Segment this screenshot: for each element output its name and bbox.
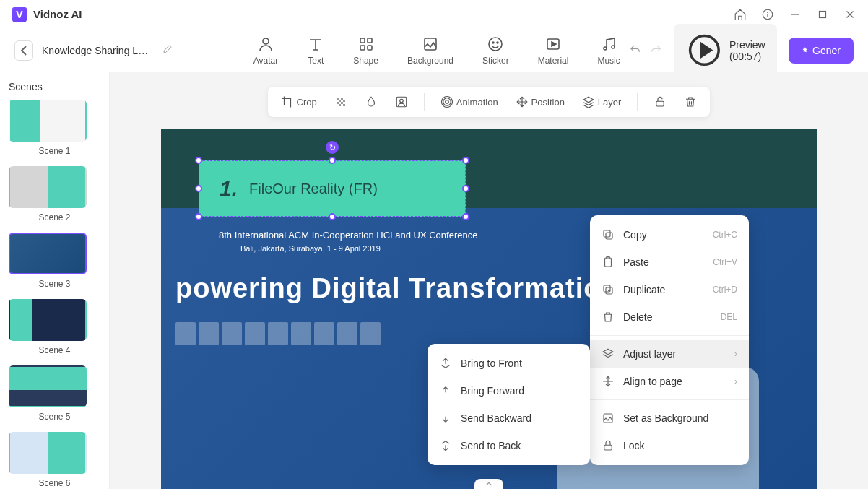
lock-icon xyxy=(602,439,615,452)
minimize-icon[interactable] xyxy=(789,8,802,21)
tool-background[interactable]: Background xyxy=(407,35,453,66)
chevron-right-icon: › xyxy=(734,376,737,386)
layers-icon xyxy=(602,347,615,360)
ctx-align-to-page[interactable]: Align to page › xyxy=(590,368,749,395)
resize-handle-tc[interactable] xyxy=(329,157,336,164)
toolbar-divider xyxy=(424,93,425,111)
resize-handle-bc[interactable] xyxy=(329,213,336,220)
svg-marker-21 xyxy=(701,44,711,57)
ctx-adjust-layer[interactable]: Adjust layer › xyxy=(590,340,749,368)
bg-conference-name: 8th International ACM In-Cooperation HCI… xyxy=(219,230,477,241)
person-cutout-icon xyxy=(395,95,408,108)
paste-icon xyxy=(602,256,615,269)
ctx-duplicate[interactable]: Duplicate Ctrl+D xyxy=(590,276,749,303)
scene-item-2[interactable]: Scene 2 xyxy=(9,166,100,222)
material-icon xyxy=(544,35,562,53)
expand-timeline-handle[interactable] xyxy=(474,479,503,489)
checkerboard-icon xyxy=(334,95,347,108)
cutout-button[interactable] xyxy=(391,92,412,111)
context-menu: Copy Ctrl+C Paste Ctrl+V Duplicate Ctrl+… xyxy=(590,215,749,465)
toolbar-divider xyxy=(637,93,638,111)
tool-text[interactable]: Text xyxy=(307,35,324,66)
sticker-icon xyxy=(487,35,504,53)
info-icon[interactable] xyxy=(761,8,774,21)
submenu-bring-to-front[interactable]: Bring to Front xyxy=(428,350,590,377)
edit-title-icon[interactable] xyxy=(162,44,173,57)
svg-rect-4 xyxy=(820,11,826,17)
resize-handle-tl[interactable] xyxy=(195,157,202,164)
color-button[interactable] xyxy=(360,92,382,111)
svg-rect-37 xyxy=(604,230,610,237)
svg-point-18 xyxy=(604,47,607,50)
header-right: Preview (00:57) Gener xyxy=(629,24,854,77)
ctx-paste[interactable]: Paste Ctrl+V xyxy=(590,248,749,276)
svg-marker-17 xyxy=(552,42,556,46)
svg-rect-26 xyxy=(337,102,339,104)
undo-redo-group xyxy=(629,42,662,59)
ctx-set-background[interactable]: Set as Background xyxy=(590,404,749,432)
titlebar-right xyxy=(734,8,856,21)
context-divider xyxy=(590,399,749,400)
svg-rect-22 xyxy=(337,98,339,100)
scene-thumbnail xyxy=(9,166,87,208)
header-bar: Knowledge Sharing Lectu... Avatar Text S… xyxy=(0,29,868,72)
scene-item-4[interactable]: Scene 4 xyxy=(9,299,100,355)
submenu-send-backward[interactable]: Send Backward xyxy=(428,404,590,432)
scene-item-3[interactable]: Scene 3 xyxy=(9,233,100,289)
resize-handle-br[interactable] xyxy=(462,213,469,220)
transparency-button[interactable] xyxy=(330,92,352,111)
tool-avatar[interactable]: Avatar xyxy=(253,35,278,66)
svg-rect-29 xyxy=(343,104,345,106)
ctx-copy[interactable]: Copy Ctrl+C xyxy=(590,221,749,248)
scene-thumbnail xyxy=(9,432,87,474)
submenu-send-to-back[interactable]: Send to Back xyxy=(428,432,590,459)
redo-button[interactable] xyxy=(650,42,662,59)
svg-rect-8 xyxy=(360,38,365,43)
undo-button[interactable] xyxy=(629,42,641,59)
resize-handle-mr[interactable] xyxy=(462,185,469,192)
crop-button[interactable]: Crop xyxy=(277,92,321,111)
shape-icon xyxy=(357,35,375,53)
tool-sticker[interactable]: Sticker xyxy=(482,35,509,66)
generate-button[interactable]: Gener xyxy=(789,38,854,64)
submenu-bring-forward[interactable]: Bring Forward xyxy=(428,377,590,404)
text-icon xyxy=(307,35,324,53)
svg-rect-9 xyxy=(368,38,372,43)
scene-item-6[interactable]: Scene 6 xyxy=(9,432,100,488)
tool-shape[interactable]: Shape xyxy=(353,35,378,66)
close-icon[interactable] xyxy=(843,8,856,21)
scene-thumbnail xyxy=(9,365,87,407)
chevron-right-icon: › xyxy=(734,349,737,359)
resize-handle-bl[interactable] xyxy=(195,213,202,220)
scene-item-1[interactable]: Scene 1 xyxy=(9,100,100,156)
music-icon xyxy=(600,35,617,53)
preview-button[interactable]: Preview (00:57) xyxy=(674,24,777,77)
selected-text-element[interactable]: 1. FileOur Reality (FR) ↻ xyxy=(199,160,466,217)
svg-point-33 xyxy=(443,98,451,106)
delete-button[interactable] xyxy=(680,92,701,111)
ctx-delete[interactable]: Delete DEL xyxy=(590,303,749,331)
back-button[interactable] xyxy=(14,40,33,61)
tool-music[interactable]: Music xyxy=(597,35,620,66)
position-button[interactable]: Position xyxy=(511,92,569,111)
scene-item-5[interactable]: Scene 5 xyxy=(9,365,100,422)
layer-button[interactable]: Layer xyxy=(578,92,626,111)
resize-handle-ml[interactable] xyxy=(195,185,202,192)
svg-point-15 xyxy=(497,42,498,43)
svg-point-13 xyxy=(489,38,502,51)
svg-point-14 xyxy=(492,42,494,43)
tool-material[interactable]: Material xyxy=(538,35,569,66)
app-logo-icon: V xyxy=(12,7,27,22)
animation-button[interactable]: Animation xyxy=(436,92,503,111)
image-icon xyxy=(602,412,615,425)
send-backward-icon xyxy=(439,412,452,425)
home-icon[interactable] xyxy=(734,8,747,21)
unlock-button[interactable] xyxy=(649,92,671,111)
svg-rect-43 xyxy=(604,445,612,450)
maximize-icon[interactable] xyxy=(816,8,829,21)
rotate-handle[interactable]: ↻ xyxy=(326,141,339,154)
scene-thumbnail xyxy=(9,299,87,341)
align-icon xyxy=(602,375,615,388)
resize-handle-tr[interactable] xyxy=(462,157,469,164)
ctx-lock[interactable]: Lock xyxy=(590,432,749,459)
